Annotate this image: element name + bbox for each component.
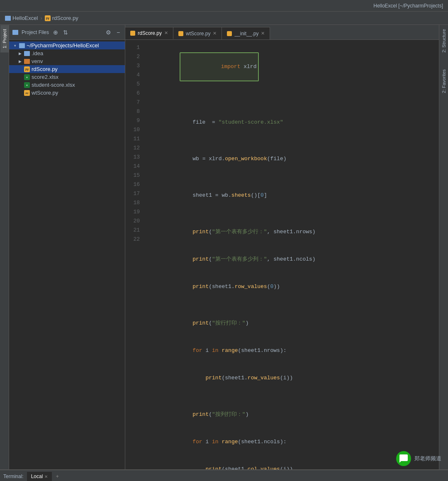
sidebar-tab-project[interactable]: 1: Project <box>0 25 9 52</box>
terminal-local-label: Local <box>31 474 43 479</box>
student-score-label: student-score.xlsx <box>32 82 75 88</box>
tab-rdscore-label: rdScore.py <box>138 30 162 36</box>
editor-tab-bar: rdScore.py ✕ wtScore.py ✕ __init__.py ✕ <box>125 25 439 40</box>
code-line-10: print("第一个表有多少行：", sheet1.nrows) <box>144 218 439 246</box>
tree-item-score2[interactable]: x score2.xlsx <box>9 73 125 81</box>
project-tree: ▾ ~/PycharmProjects/HelloExcel ▶ .idea ▶… <box>9 40 125 469</box>
breadcrumb-py-icon: py <box>45 15 51 21</box>
root-folder-icon <box>19 43 25 48</box>
terminal-local-tab[interactable]: Local ✕ <box>27 472 52 481</box>
bottom-pane: Terminal: Local ✕ + To update your accou… <box>0 469 448 481</box>
terminal-label: Terminal: <box>3 474 24 479</box>
sidebar-tab-favorites[interactable]: 2: Favorites <box>440 65 448 97</box>
code-line-9 <box>144 209 439 218</box>
tab-init-label: __init__.py <box>234 31 258 37</box>
code-line-7 <box>144 173 439 182</box>
tab-init-icon <box>227 31 232 36</box>
code-content[interactable]: import xlrd file = "student-score.xlsx" … <box>144 40 439 469</box>
wtscore-label: wtScore.py <box>32 90 58 96</box>
tree-item-venv[interactable]: ▶ venv <box>9 57 125 65</box>
root-label: ~/PycharmProjects/HelloExcel <box>27 42 99 49</box>
sidebar-tab-structure[interactable]: 2: Structure <box>440 25 448 57</box>
breadcrumb-folder-icon <box>5 16 11 21</box>
idea-folder-icon <box>24 51 30 56</box>
tree-item-rdscore[interactable]: py rdScore.py <box>9 65 125 73</box>
code-line-6: wb = xlrd.open_workbook(file) <box>144 145 439 173</box>
tree-root[interactable]: ▾ ~/PycharmProjects/HelloExcel <box>9 42 125 49</box>
student-score-xlsx-icon: x <box>24 82 30 88</box>
tab-rdscore-close[interactable]: ✕ <box>164 30 168 36</box>
code-line-19: for i in range(sheet1.ncols): <box>144 428 439 456</box>
breadcrumb-bar: HelloExcel › py rdScore.py <box>0 12 448 25</box>
code-line-17 <box>144 392 439 401</box>
code-line-16: print(sheet1.row_values(i)) <box>144 364 439 392</box>
code-line-18: print("按列打印：") <box>144 401 439 428</box>
rdscore-label: rdScore.py <box>32 66 58 72</box>
breadcrumb-sep: › <box>40 15 42 21</box>
wtscore-py-icon: py <box>24 90 30 96</box>
code-line-14: print("按行打印：") <box>144 310 439 337</box>
line-numbers: 12345 678910 1112131415 1617181920 2122 <box>125 40 144 469</box>
code-line-8: sheet1 = wb.sheets()[0] <box>144 182 439 209</box>
breadcrumb-file-icon-wrap: py <box>45 15 51 21</box>
title-bar-text: HelloExcel [~/PycharmProjects] <box>373 3 443 9</box>
right-vertical-tab: 2: Structure 2: Favorites <box>439 25 448 469</box>
toolbar-settings-btn[interactable]: ⚙ <box>105 29 112 36</box>
project-panel: Project Files ⊕ ⇅ ⚙ − ▾ ~/PycharmProject… <box>9 25 125 469</box>
terminal-add-btn[interactable]: + <box>54 472 61 481</box>
breadcrumb-project[interactable]: HelloExcel <box>12 15 38 21</box>
code-line-1: import xlrd <box>144 43 439 90</box>
code-line-15: for i in range(sheet1.nrows): <box>144 337 439 364</box>
tree-item-student-score[interactable]: x student-score.xlsx <box>9 81 125 89</box>
terminal-local-close[interactable]: ✕ <box>44 474 48 479</box>
idea-chevron: ▶ <box>17 51 22 56</box>
left-vertical-tab: 1: Project <box>0 25 9 469</box>
code-line-13 <box>144 300 439 310</box>
tab-rdscore[interactable]: rdScore.py ✕ <box>125 27 173 39</box>
watermark-text: 郑老师频道 <box>414 455 441 462</box>
breadcrumb-file[interactable]: rdScore.py <box>52 15 78 21</box>
toolbar-minimize-btn[interactable]: − <box>115 29 122 36</box>
tab-wtscore-label: wtScore.py <box>186 31 210 37</box>
code-editor[interactable]: 12345 678910 1112131415 1617181920 2122 … <box>125 40 439 469</box>
tab-wtscore-icon <box>178 31 183 36</box>
code-line-20: print(sheet1.col_values(i)) <box>144 456 439 469</box>
toolbar-folder-icon <box>12 30 18 35</box>
project-files-label: Project Files <box>22 29 49 35</box>
code-line-11: print("第一个表有多少列：", sheet1.ncols) <box>144 246 439 273</box>
toolbar-globe-btn[interactable]: ⊕ <box>52 29 59 36</box>
terminal-tab-bar: Terminal: Local ✕ + <box>0 470 448 481</box>
idea-label: .idea <box>32 50 43 56</box>
tab-init[interactable]: __init__.py ✕ <box>222 27 270 39</box>
main-container: 1: Project Project Files ⊕ ⇅ ⚙ − ▾ ~/Pyc… <box>0 25 448 469</box>
tree-item-idea[interactable]: ▶ .idea <box>9 49 125 57</box>
rdscore-py-icon: py <box>24 66 30 72</box>
code-line-5 <box>144 136 439 145</box>
venv-label: venv <box>32 58 43 64</box>
score2-label: score2.xlsx <box>32 74 58 80</box>
watermark: 郑老师频道 <box>396 451 441 466</box>
venv-folder-icon <box>24 59 30 64</box>
tab-rdscore-icon <box>130 31 135 36</box>
import-xlrd-highlight: import xlrd <box>180 52 259 81</box>
code-line-3 <box>144 100 439 109</box>
score2-xlsx-icon: x <box>24 74 30 80</box>
code-line-12: print(sheet1.row_values(0)) <box>144 273 439 300</box>
venv-chevron: ▶ <box>17 59 22 64</box>
title-bar: HelloExcel [~/PycharmProjects] <box>0 0 448 12</box>
root-chevron: ▾ <box>12 43 17 48</box>
tab-wtscore[interactable]: wtScore.py ✕ <box>173 27 222 39</box>
tab-wtscore-close[interactable]: ✕ <box>213 31 217 36</box>
watermark-icon <box>396 451 411 466</box>
toolbar-sort-btn[interactable]: ⇅ <box>62 29 69 36</box>
tab-init-close[interactable]: ✕ <box>261 31 265 36</box>
project-toolbar: Project Files ⊕ ⇅ ⚙ − <box>9 25 125 40</box>
code-line-4: file = "student-score.xlsx" <box>144 109 439 136</box>
editor-area: rdScore.py ✕ wtScore.py ✕ __init__.py ✕ … <box>125 25 439 469</box>
code-line-2 <box>144 90 439 100</box>
tree-item-wtscore[interactable]: py wtScore.py <box>9 89 125 97</box>
